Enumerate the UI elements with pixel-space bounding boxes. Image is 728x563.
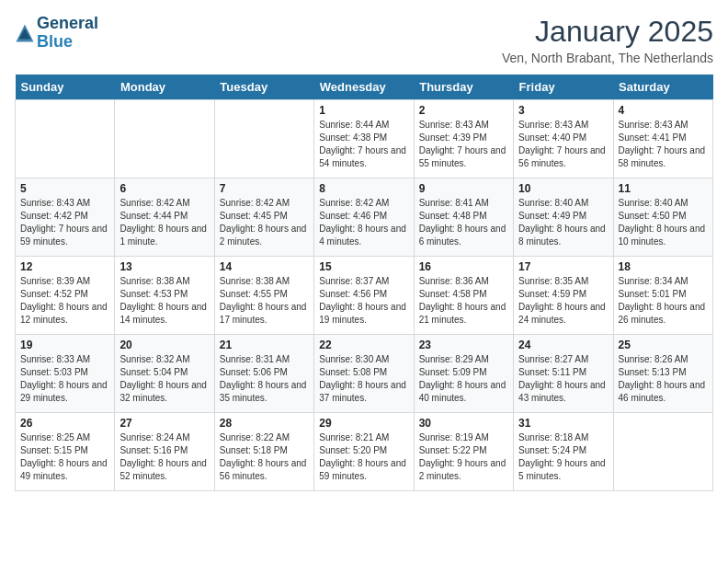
daylight-text: Daylight: 8 hours and 24 minutes. <box>518 301 608 327</box>
col-saturday: Saturday <box>613 75 712 100</box>
day-number: 22 <box>319 339 408 351</box>
daylight-text: Daylight: 8 hours and 19 minutes. <box>319 301 408 327</box>
sunrise-text: Sunrise: 8:35 AM <box>518 275 608 288</box>
calendar-week-row: 19 Sunrise: 8:33 AM Sunset: 5:03 PM Dayl… <box>16 335 713 413</box>
calendar-cell: 27 Sunrise: 8:24 AM Sunset: 5:16 PM Dayl… <box>115 413 214 491</box>
daylight-text: Daylight: 8 hours and 52 minutes. <box>119 457 209 483</box>
sunset-text: Sunset: 4:40 PM <box>518 132 608 144</box>
day-number: 5 <box>20 182 109 195</box>
cell-info: Sunrise: 8:35 AM Sunset: 4:59 PM Dayligh… <box>518 275 608 327</box>
daylight-text: Daylight: 9 hours and 5 minutes. <box>518 457 608 483</box>
sunrise-text: Sunrise: 8:26 AM <box>619 353 708 366</box>
sunset-text: Sunset: 4:52 PM <box>20 288 109 301</box>
location-subtitle: Ven, North Brabant, The Netherlands <box>502 51 713 65</box>
day-number: 7 <box>220 182 309 195</box>
cell-info: Sunrise: 8:41 AM Sunset: 4:48 PM Dayligh… <box>419 197 508 248</box>
day-number: 23 <box>419 339 508 351</box>
calendar-table: Sunday Monday Tuesday Wednesday Thursday… <box>15 75 713 491</box>
sunrise-text: Sunrise: 8:43 AM <box>20 197 109 210</box>
day-number: 13 <box>119 260 209 273</box>
cell-info: Sunrise: 8:30 AM Sunset: 5:08 PM Dayligh… <box>319 353 408 405</box>
daylight-text: Daylight: 7 hours and 56 minutes. <box>518 144 608 170</box>
logo-blue: Blue <box>37 33 98 52</box>
day-number: 2 <box>419 104 508 117</box>
calendar-cell: 10 Sunrise: 8:40 AM Sunset: 4:49 PM Dayl… <box>514 178 613 257</box>
cell-info: Sunrise: 8:18 AM Sunset: 5:24 PM Dayligh… <box>518 431 608 483</box>
daylight-text: Daylight: 8 hours and 56 minutes. <box>220 457 309 483</box>
day-number: 1 <box>319 104 408 117</box>
cell-info: Sunrise: 8:40 AM Sunset: 4:50 PM Dayligh… <box>619 197 708 248</box>
cell-info: Sunrise: 8:31 AM Sunset: 5:06 PM Dayligh… <box>220 353 309 405</box>
cell-info: Sunrise: 8:22 AM Sunset: 5:18 PM Dayligh… <box>220 431 309 483</box>
cell-info: Sunrise: 8:43 AM Sunset: 4:41 PM Dayligh… <box>619 119 708 170</box>
calendar-cell: 15 Sunrise: 8:37 AM Sunset: 4:56 PM Dayl… <box>314 257 414 335</box>
day-number: 26 <box>20 417 109 430</box>
calendar-cell <box>214 100 313 178</box>
calendar-cell: 4 Sunrise: 8:43 AM Sunset: 4:41 PM Dayli… <box>613 100 712 178</box>
calendar-cell: 5 Sunrise: 8:43 AM Sunset: 4:42 PM Dayli… <box>16 178 115 257</box>
sunrise-text: Sunrise: 8:42 AM <box>119 197 209 210</box>
daylight-text: Daylight: 7 hours and 59 minutes. <box>20 223 109 248</box>
daylight-text: Daylight: 8 hours and 32 minutes. <box>119 379 209 405</box>
calendar-cell: 26 Sunrise: 8:25 AM Sunset: 5:15 PM Dayl… <box>16 413 115 491</box>
daylight-text: Daylight: 7 hours and 58 minutes. <box>619 144 708 170</box>
sunrise-text: Sunrise: 8:40 AM <box>619 197 708 210</box>
sunrise-text: Sunrise: 8:21 AM <box>319 431 408 444</box>
title-block: January 2025 Ven, North Brabant, The Net… <box>502 15 713 65</box>
cell-info: Sunrise: 8:27 AM Sunset: 5:11 PM Dayligh… <box>518 353 608 405</box>
calendar-week-row: 12 Sunrise: 8:39 AM Sunset: 4:52 PM Dayl… <box>16 257 713 335</box>
daylight-text: Daylight: 8 hours and 59 minutes. <box>319 457 408 483</box>
daylight-text: Daylight: 8 hours and 1 minute. <box>119 223 209 248</box>
day-number: 12 <box>20 260 109 273</box>
daylight-text: Daylight: 8 hours and 6 minutes. <box>419 223 508 248</box>
sunset-text: Sunset: 5:13 PM <box>619 366 708 379</box>
cell-info: Sunrise: 8:32 AM Sunset: 5:04 PM Dayligh… <box>119 353 209 405</box>
sunset-text: Sunset: 5:09 PM <box>419 366 508 379</box>
calendar-cell: 11 Sunrise: 8:40 AM Sunset: 4:50 PM Dayl… <box>613 178 712 257</box>
sunset-text: Sunset: 5:22 PM <box>419 444 508 457</box>
daylight-text: Daylight: 8 hours and 37 minutes. <box>319 379 408 405</box>
cell-info: Sunrise: 8:43 AM Sunset: 4:39 PM Dayligh… <box>419 119 508 170</box>
sunset-text: Sunset: 5:01 PM <box>619 288 708 301</box>
day-number: 6 <box>119 182 209 195</box>
day-number: 28 <box>220 417 309 430</box>
sunset-text: Sunset: 5:06 PM <box>220 366 309 379</box>
day-number: 4 <box>619 104 708 117</box>
calendar-cell: 2 Sunrise: 8:43 AM Sunset: 4:39 PM Dayli… <box>414 100 513 178</box>
cell-info: Sunrise: 8:25 AM Sunset: 5:15 PM Dayligh… <box>20 431 109 483</box>
sunrise-text: Sunrise: 8:25 AM <box>20 431 109 444</box>
cell-info: Sunrise: 8:43 AM Sunset: 4:40 PM Dayligh… <box>518 119 608 170</box>
calendar-cell: 3 Sunrise: 8:43 AM Sunset: 4:40 PM Dayli… <box>514 100 613 178</box>
sunrise-text: Sunrise: 8:32 AM <box>119 353 209 366</box>
sunrise-text: Sunrise: 8:22 AM <box>220 431 309 444</box>
col-wednesday: Wednesday <box>314 75 414 100</box>
day-number: 19 <box>20 339 109 351</box>
sunset-text: Sunset: 5:20 PM <box>319 444 408 457</box>
daylight-text: Daylight: 8 hours and 29 minutes. <box>20 379 109 405</box>
daylight-text: Daylight: 8 hours and 21 minutes. <box>419 301 508 327</box>
calendar-cell: 9 Sunrise: 8:41 AM Sunset: 4:48 PM Dayli… <box>414 178 513 257</box>
sunset-text: Sunset: 5:11 PM <box>518 366 608 379</box>
calendar-cell <box>16 100 115 178</box>
calendar-cell: 21 Sunrise: 8:31 AM Sunset: 5:06 PM Dayl… <box>214 335 313 413</box>
daylight-text: Daylight: 8 hours and 2 minutes. <box>220 223 309 248</box>
col-sunday: Sunday <box>16 75 115 100</box>
daylight-text: Daylight: 8 hours and 26 minutes. <box>619 301 708 327</box>
day-number: 25 <box>619 339 708 351</box>
sunrise-text: Sunrise: 8:36 AM <box>419 275 508 288</box>
sunrise-text: Sunrise: 8:24 AM <box>119 431 209 444</box>
sunrise-text: Sunrise: 8:18 AM <box>518 431 608 444</box>
sunset-text: Sunset: 4:50 PM <box>619 210 708 223</box>
calendar-cell: 8 Sunrise: 8:42 AM Sunset: 4:46 PM Dayli… <box>314 178 414 257</box>
header: General Blue January 2025 Ven, North Bra… <box>15 15 713 65</box>
sunrise-text: Sunrise: 8:30 AM <box>319 353 408 366</box>
day-number: 30 <box>419 417 508 430</box>
sunrise-text: Sunrise: 8:37 AM <box>319 275 408 288</box>
sunset-text: Sunset: 4:58 PM <box>419 288 508 301</box>
day-number: 15 <box>319 260 408 273</box>
sunrise-text: Sunrise: 8:19 AM <box>419 431 508 444</box>
cell-info: Sunrise: 8:19 AM Sunset: 5:22 PM Dayligh… <box>419 431 508 483</box>
calendar-cell: 6 Sunrise: 8:42 AM Sunset: 4:44 PM Dayli… <box>115 178 214 257</box>
col-tuesday: Tuesday <box>214 75 313 100</box>
page-container: General Blue January 2025 Ven, North Bra… <box>0 0 728 499</box>
